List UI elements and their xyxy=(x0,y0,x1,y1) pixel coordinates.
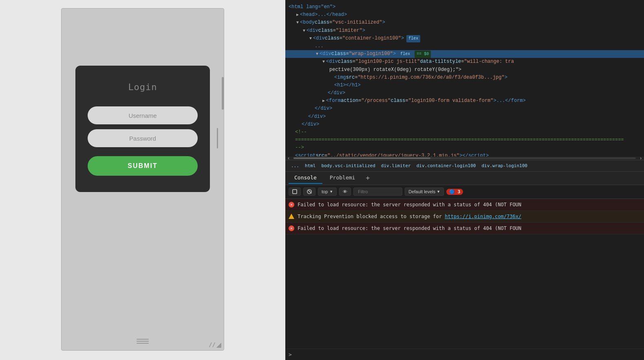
stop-icon xyxy=(292,189,297,194)
console-prompt-input[interactable] xyxy=(295,352,641,358)
tag-text: <div xyxy=(326,58,338,66)
tag-text: <img xyxy=(334,74,346,82)
chevron-down-icon: ▼ xyxy=(329,190,333,194)
error-text-2: Failed to load resource: the server resp… xyxy=(298,225,641,232)
dom-line[interactable]: ... xyxy=(285,42,644,50)
tag-text: <div xyxy=(320,50,331,58)
browser-content: Login SUBMIT // xyxy=(61,8,224,351)
comment: --> xyxy=(295,144,304,152)
dom-line: </div> xyxy=(285,105,644,113)
dom-line[interactable]: ▼ <div class = "container-login100" > fl… xyxy=(285,35,644,42)
vertical-scrollbar[interactable] xyxy=(222,77,224,110)
error-text-1: Failed to load resource: the server resp… xyxy=(298,201,641,208)
breadcrumb-item-html[interactable]: html xyxy=(302,162,318,169)
dom-line[interactable]: ▶ <head> ... </head> xyxy=(285,11,644,19)
console-error-1: ✕ Failed to load resource: the server re… xyxy=(285,199,644,211)
error-count-badge: 🔵 3 xyxy=(446,189,463,195)
breadcrumb-item-container[interactable]: div.container-login100 xyxy=(414,162,479,169)
separator-line xyxy=(217,128,218,148)
tag-text: > xyxy=(401,35,404,42)
breadcrumb-item-wrap[interactable]: div.wrap-login100 xyxy=(479,162,530,169)
browser-bottom-bar xyxy=(137,339,149,344)
triangle-icon: ▼ xyxy=(308,35,313,42)
error-icon-1: ✕ xyxy=(289,202,294,208)
dom-line[interactable]: <script src = "../static/vendor/jquery/j… xyxy=(285,152,644,157)
triangle-icon: ▶ xyxy=(295,12,300,18)
attr-value: "login100-form validate-form" xyxy=(408,97,494,105)
attr-value: "https://i.pinimg.com/736x/de/a0/f3/dea0… xyxy=(358,74,505,82)
chevron-down-icon: ▼ xyxy=(437,190,440,194)
attr-name: style xyxy=(446,58,461,66)
dom-tree[interactable]: <html lang="en"> ▶ <head> ... </head> ▼ … xyxy=(285,0,644,157)
tag-continuation: pective(300px) rotateX(0deg) rotateY(0de… xyxy=(329,66,461,74)
console-filter-input[interactable] xyxy=(353,188,402,196)
dom-line: <!-- xyxy=(285,128,644,136)
attr-value: "login100-pic js-tilt" xyxy=(355,58,420,66)
tag-text: </div> xyxy=(302,121,319,128)
scrollbar-track[interactable] xyxy=(293,157,636,159)
tag-text: </div> xyxy=(328,89,345,97)
dom-line[interactable]: </div> xyxy=(285,89,644,97)
eye-icon: 👁 xyxy=(343,189,347,194)
browser-panel: Login SUBMIT // xyxy=(0,0,285,360)
scrollbar-thumb[interactable] xyxy=(293,157,430,159)
tag-text: <div xyxy=(307,27,318,35)
dom-line-selected[interactable]: ▼ <div class = "wrap-login100" > flex ==… xyxy=(285,50,644,58)
horizontal-scrollbar[interactable]: ‹ › xyxy=(285,157,644,160)
comment: ========================================… xyxy=(295,136,624,144)
flex-badge: flex xyxy=(406,35,420,42)
tab-add-icon[interactable]: + xyxy=(362,172,373,183)
dom-line[interactable]: <h1></h1> xyxy=(285,82,644,89)
tag-text: ></script> xyxy=(459,152,489,157)
console-messages[interactable]: ✕ Failed to load resource: the server re… xyxy=(285,199,644,349)
breadcrumb-bar: ... html body.vsc-initialized div.limite… xyxy=(285,160,644,171)
eye-button[interactable]: 👁 xyxy=(339,188,351,196)
attr-name: class xyxy=(390,97,405,105)
breadcrumb-item[interactable]: ... xyxy=(289,162,302,169)
breadcrumb-item-limiter[interactable]: div.limiter xyxy=(379,162,413,169)
tag-text: ... xyxy=(318,11,326,19)
password-input[interactable] xyxy=(88,129,198,147)
resize-icon: // xyxy=(209,341,216,348)
top-dropdown-button[interactable]: top ▼ xyxy=(318,188,337,196)
tag-text: </head> xyxy=(326,11,347,19)
comment: <!-- xyxy=(295,128,307,136)
submit-button[interactable]: SUBMIT xyxy=(88,156,198,176)
login-card: Login SUBMIT xyxy=(75,66,210,192)
dom-line[interactable]: <img src = "https://i.pinimg.com/736x/de… xyxy=(285,74,644,82)
attr-name: class xyxy=(338,58,353,66)
devtools-panel: <html lang="en"> ▶ <head> ... </head> ▼ … xyxy=(285,0,644,360)
attr-name: class xyxy=(331,50,346,58)
dom-line: pective(300px) rotateX(0deg) rotateY(0de… xyxy=(285,66,644,74)
dom-line[interactable]: ▼ <div class = "limiter" > xyxy=(285,27,644,35)
login-title: Login xyxy=(128,82,157,92)
bottom-line-2 xyxy=(137,341,149,342)
bottom-line-3 xyxy=(137,343,149,344)
triangle-icon: ▼ xyxy=(315,51,320,57)
console-error-2: ✕ Failed to load resource: the server re… xyxy=(285,223,644,234)
dom-line: --> xyxy=(285,144,644,152)
dom-line[interactable]: ▼ <body class = "vsc-initialized" > xyxy=(285,19,644,27)
warning-link[interactable]: https://i.pinimg.com/736x/ xyxy=(445,214,521,219)
dom-line[interactable]: ▼ <div class = "login100-pic js-tilt" da… xyxy=(285,58,644,66)
resize-handle[interactable] xyxy=(216,343,221,348)
tab-console[interactable]: Console xyxy=(289,172,322,184)
dom-line[interactable]: ▶ <form action = "/process" class = "log… xyxy=(285,97,644,105)
username-input[interactable] xyxy=(88,106,198,124)
dollar-badge: == $0 xyxy=(415,51,431,58)
clear-console-button[interactable] xyxy=(289,188,301,196)
tag-text: <body xyxy=(300,19,315,27)
warning-icon-1 xyxy=(289,214,294,219)
default-levels-button[interactable]: Default levels ▼ xyxy=(405,188,444,196)
tab-problemi[interactable]: Problemi xyxy=(324,172,361,184)
block-button[interactable] xyxy=(303,188,315,196)
attr-eq: = xyxy=(329,19,332,27)
breadcrumb-item-body[interactable]: body.vsc-initialized xyxy=(319,162,377,169)
attr-value: "limiter" xyxy=(336,27,362,35)
tag-text: <div xyxy=(313,35,325,42)
triangle-icon: ▼ xyxy=(295,20,300,26)
dom-line[interactable]: <html lang="en"> xyxy=(285,3,644,11)
top-label: top xyxy=(322,189,328,194)
console-prompt: > xyxy=(285,349,644,360)
console-toolbar: top ▼ 👁 Default levels ▼ 🔵 3 xyxy=(285,185,644,199)
